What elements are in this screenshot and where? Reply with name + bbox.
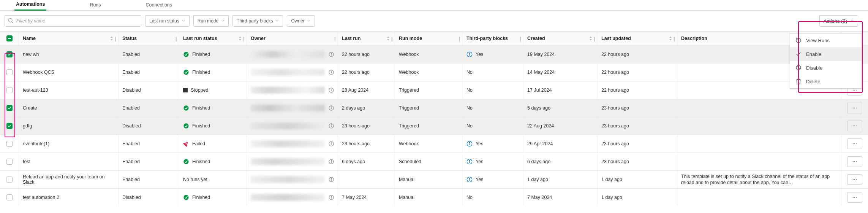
- run-mode-text: Manual: [399, 195, 414, 200]
- automation-name: test: [23, 159, 30, 164]
- actions-menu-enable[interactable]: Enable: [790, 47, 862, 61]
- table-row[interactable]: CreateEnabledFinished2 days agoTriggered…: [0, 99, 868, 117]
- svg-point-56: [183, 159, 188, 164]
- row-checkbox[interactable]: [6, 123, 13, 129]
- svg-point-74: [856, 179, 857, 180]
- created-text: 5 days ago: [527, 105, 550, 111]
- svg-point-36: [854, 108, 855, 108]
- actions-menu-delete[interactable]: Delete: [790, 75, 862, 88]
- col-owner[interactable]: Owner||: [247, 32, 338, 45]
- svg-point-80: [854, 197, 855, 198]
- info-icon: [466, 141, 473, 147]
- col-third-party[interactable]: Third-party blocks||: [463, 32, 523, 45]
- svg-point-53: [853, 143, 854, 144]
- status-text: Enabled: [122, 70, 140, 75]
- row-actions-button[interactable]: [847, 138, 862, 149]
- svg-point-35: [853, 108, 854, 108]
- search-input[interactable]: [5, 15, 141, 27]
- svg-point-59: [331, 160, 331, 161]
- third-party-value: No: [466, 105, 473, 111]
- svg-point-65: [856, 161, 857, 162]
- automation-name: test automation 2: [23, 195, 59, 200]
- row-actions-button[interactable]: [847, 121, 862, 131]
- svg-point-42: [853, 126, 854, 126]
- col-name[interactable]: Name||: [19, 32, 119, 45]
- trash-icon: [795, 78, 802, 84]
- col-last-run-status[interactable]: Last run status||: [179, 32, 247, 45]
- more-horizontal-icon: [852, 105, 857, 111]
- filter-owner[interactable]: Owner: [287, 15, 315, 27]
- info-icon: [329, 69, 334, 75]
- row-actions-button[interactable]: [847, 174, 862, 185]
- table-row[interactable]: gdfgDisabledFinished23 hours agoTriggere…: [0, 117, 868, 135]
- svg-point-34: [331, 106, 331, 107]
- col-run-mode[interactable]: Run mode||: [395, 32, 463, 45]
- svg-point-81: [856, 197, 857, 198]
- last-run-text: 23 hours ago: [342, 141, 370, 146]
- table-row[interactable]: test automation 2DisabledFinished7 May 2…: [0, 188, 868, 206]
- table-row[interactable]: Webhook QCSEnabledFinished22 hours agoWe…: [0, 63, 868, 81]
- third-party-value: No: [466, 195, 473, 200]
- col-created[interactable]: Created||: [523, 32, 598, 45]
- filter-third-party[interactable]: Third-party blocks: [232, 15, 283, 27]
- updated-text: 23 hours ago: [601, 159, 629, 164]
- last-run-text: 7 May 2024: [342, 195, 367, 200]
- row-checkbox[interactable]: [6, 159, 13, 165]
- last-run-text: 22 hours ago: [342, 70, 370, 75]
- stop-icon: [183, 88, 188, 92]
- automation-name: Reload an app and notify your team on Sl…: [23, 174, 114, 185]
- automation-name: gdfg: [23, 123, 32, 129]
- updated-text: 22 hours ago: [601, 87, 629, 93]
- updated-text: 23 hours ago: [601, 105, 629, 111]
- table-row[interactable]: testEnabledFinished6 days agoScheduledYe…: [0, 153, 868, 170]
- table-row[interactable]: Reload an app and notify your team on Sl…: [0, 170, 868, 188]
- third-party-value: Yes: [466, 141, 483, 147]
- actions-button[interactable]: Actions (3): [819, 15, 858, 27]
- last-run-status: No runs yet: [183, 177, 207, 182]
- row-checkbox[interactable]: [6, 69, 13, 75]
- third-party-value: Yes: [466, 159, 483, 165]
- svg-point-27: [331, 89, 331, 89]
- status-text: Disabled: [122, 87, 141, 93]
- actions-menu-disable[interactable]: Disable: [790, 61, 862, 75]
- last-run-status: Finished: [183, 194, 210, 200]
- info-icon: [329, 123, 334, 129]
- more-horizontal-icon: [852, 195, 857, 200]
- automation-name: new wh: [23, 52, 39, 57]
- owner-redacted: [251, 87, 325, 94]
- col-status[interactable]: Status||: [119, 32, 179, 45]
- col-last-run[interactable]: Last run||: [338, 32, 395, 45]
- row-checkbox[interactable]: [6, 87, 13, 93]
- row-checkbox[interactable]: [6, 51, 13, 57]
- created-text: 14 May 2024: [527, 70, 555, 75]
- table-row[interactable]: test-aut-123DisabledStopped28 Aug 2024Tr…: [0, 81, 868, 99]
- filter-last-run-status[interactable]: Last run status: [145, 15, 190, 27]
- row-actions-button[interactable]: [847, 156, 862, 167]
- row-checkbox[interactable]: [6, 141, 13, 147]
- actions-menu-view-runs[interactable]: View Runs: [790, 33, 862, 47]
- row-checkbox[interactable]: [6, 105, 13, 111]
- status-text: Disabled: [122, 195, 141, 200]
- table-row[interactable]: eventbrite(1)EnabledFailed23 hours agoWe…: [0, 135, 868, 153]
- svg-point-29: [854, 90, 855, 91]
- row-actions-button[interactable]: [847, 103, 862, 113]
- check-circle-icon: [183, 51, 189, 57]
- select-all-checkbox[interactable]: [6, 35, 13, 41]
- row-actions-button[interactable]: [847, 192, 862, 203]
- tab-automations[interactable]: Automations: [14, 2, 46, 11]
- owner-redacted: [251, 158, 325, 165]
- svg-point-75: [183, 195, 188, 200]
- filter-run-mode[interactable]: Run mode: [193, 15, 229, 27]
- svg-point-71: [469, 178, 470, 178]
- automation-name: Create: [23, 105, 37, 111]
- last-run-status: Stopped: [183, 87, 209, 93]
- table-row[interactable]: new whEnabledFinished22 hours agoWebhook…: [0, 45, 868, 63]
- tab-connections[interactable]: Connections: [144, 2, 174, 10]
- tab-runs[interactable]: Runs: [88, 2, 102, 10]
- status-text: Enabled: [122, 177, 140, 182]
- col-last-updated[interactable]: Last updated||: [598, 32, 677, 45]
- row-checkbox[interactable]: [6, 176, 13, 183]
- row-checkbox[interactable]: [6, 194, 13, 200]
- status-text: Enabled: [122, 52, 140, 57]
- owner-redacted: [251, 122, 325, 129]
